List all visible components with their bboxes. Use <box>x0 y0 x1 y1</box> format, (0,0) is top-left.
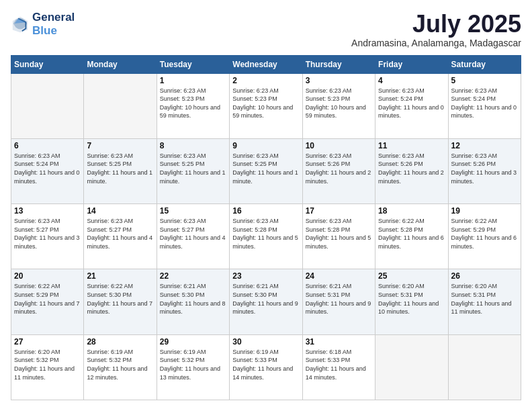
day-number: 1 <box>160 76 226 85</box>
day-number: 12 <box>451 141 518 150</box>
day-info: Sunrise: 6:23 AM Sunset: 5:26 PM Dayligh… <box>378 152 445 185</box>
day-info: Sunrise: 6:23 AM Sunset: 5:27 PM Dayligh… <box>160 217 226 250</box>
day-number: 20 <box>14 271 81 281</box>
table-cell: 21Sunrise: 6:22 AM Sunset: 5:30 PM Dayli… <box>84 269 157 334</box>
table-cell: 11Sunrise: 6:23 AM Sunset: 5:26 PM Dayli… <box>375 138 448 203</box>
day-number: 3 <box>306 76 372 85</box>
calendar-week-row: 1Sunrise: 6:23 AM Sunset: 5:23 PM Daylig… <box>11 73 521 138</box>
day-number: 6 <box>14 141 81 150</box>
table-cell <box>11 73 84 138</box>
day-info: Sunrise: 6:19 AM Sunset: 5:32 PM Dayligh… <box>160 348 226 381</box>
table-cell: 3Sunrise: 6:23 AM Sunset: 5:23 PM Daylig… <box>302 73 375 138</box>
calendar-table: Sunday Monday Tuesday Wednesday Thursday… <box>11 55 521 400</box>
day-info: Sunrise: 6:23 AM Sunset: 5:25 PM Dayligh… <box>87 152 153 185</box>
day-info: Sunrise: 6:22 AM Sunset: 5:29 PM Dayligh… <box>14 282 81 316</box>
day-number: 13 <box>14 206 81 216</box>
table-cell <box>84 73 157 138</box>
table-cell: 31Sunrise: 6:18 AM Sunset: 5:33 PM Dayli… <box>302 334 375 400</box>
day-number: 8 <box>160 141 226 150</box>
col-saturday: Saturday <box>448 55 521 73</box>
day-info: Sunrise: 6:21 AM Sunset: 5:31 PM Dayligh… <box>306 282 372 316</box>
month-title: July 2025 <box>351 11 521 38</box>
day-info: Sunrise: 6:23 AM Sunset: 5:23 PM Dayligh… <box>160 87 226 120</box>
calendar-week-row: 13Sunrise: 6:23 AM Sunset: 5:27 PM Dayli… <box>11 204 521 269</box>
day-info: Sunrise: 6:23 AM Sunset: 5:24 PM Dayligh… <box>378 87 445 120</box>
day-info: Sunrise: 6:23 AM Sunset: 5:28 PM Dayligh… <box>306 217 372 250</box>
table-cell: 7Sunrise: 6:23 AM Sunset: 5:25 PM Daylig… <box>84 138 157 203</box>
day-info: Sunrise: 6:23 AM Sunset: 5:27 PM Dayligh… <box>87 217 153 250</box>
day-number: 7 <box>87 141 153 150</box>
calendar-week-row: 27Sunrise: 6:20 AM Sunset: 5:32 PM Dayli… <box>11 334 521 400</box>
table-cell: 28Sunrise: 6:19 AM Sunset: 5:32 PM Dayli… <box>84 334 157 400</box>
day-number: 27 <box>14 337 81 347</box>
day-info: Sunrise: 6:23 AM Sunset: 5:23 PM Dayligh… <box>306 87 372 120</box>
title-block: July 2025 Andramasina, Analamanga, Madag… <box>351 11 521 48</box>
table-cell: 18Sunrise: 6:22 AM Sunset: 5:28 PM Dayli… <box>375 204 448 269</box>
location-title: Andramasina, Analamanga, Madagascar <box>351 38 521 48</box>
day-info: Sunrise: 6:23 AM Sunset: 5:25 PM Dayligh… <box>232 152 299 185</box>
col-tuesday: Tuesday <box>157 55 229 73</box>
col-wednesday: Wednesday <box>230 55 302 73</box>
calendar-week-row: 6Sunrise: 6:23 AM Sunset: 5:24 PM Daylig… <box>11 138 521 203</box>
table-cell: 9Sunrise: 6:23 AM Sunset: 5:25 PM Daylig… <box>230 138 302 203</box>
table-cell: 12Sunrise: 6:23 AM Sunset: 5:26 PM Dayli… <box>448 138 521 203</box>
day-number: 31 <box>306 337 372 347</box>
day-number: 14 <box>87 206 153 216</box>
day-info: Sunrise: 6:22 AM Sunset: 5:29 PM Dayligh… <box>451 217 518 250</box>
day-number: 9 <box>232 141 299 150</box>
day-number: 10 <box>306 141 372 150</box>
table-cell <box>448 334 521 400</box>
day-number: 23 <box>232 271 299 281</box>
day-number: 26 <box>451 271 518 281</box>
day-number: 4 <box>378 76 445 85</box>
day-info: Sunrise: 6:23 AM Sunset: 5:25 PM Dayligh… <box>160 152 226 185</box>
col-friday: Friday <box>375 55 448 73</box>
table-cell <box>375 334 448 400</box>
table-cell: 2Sunrise: 6:23 AM Sunset: 5:23 PM Daylig… <box>230 73 302 138</box>
day-number: 19 <box>451 206 518 216</box>
day-info: Sunrise: 6:18 AM Sunset: 5:33 PM Dayligh… <box>306 348 372 381</box>
day-info: Sunrise: 6:22 AM Sunset: 5:30 PM Dayligh… <box>87 282 153 316</box>
day-number: 2 <box>232 76 299 85</box>
table-cell: 29Sunrise: 6:19 AM Sunset: 5:32 PM Dayli… <box>157 334 229 400</box>
day-number: 30 <box>232 337 299 347</box>
day-info: Sunrise: 6:19 AM Sunset: 5:33 PM Dayligh… <box>232 348 299 381</box>
table-cell: 16Sunrise: 6:23 AM Sunset: 5:28 PM Dayli… <box>230 204 302 269</box>
day-number: 18 <box>378 206 445 216</box>
day-info: Sunrise: 6:22 AM Sunset: 5:28 PM Dayligh… <box>378 217 445 250</box>
day-number: 11 <box>378 141 445 150</box>
table-cell: 6Sunrise: 6:23 AM Sunset: 5:24 PM Daylig… <box>11 138 84 203</box>
table-cell: 4Sunrise: 6:23 AM Sunset: 5:24 PM Daylig… <box>375 73 448 138</box>
table-cell: 17Sunrise: 6:23 AM Sunset: 5:28 PM Dayli… <box>302 204 375 269</box>
calendar-header-row: Sunday Monday Tuesday Wednesday Thursday… <box>11 55 521 73</box>
table-cell: 22Sunrise: 6:21 AM Sunset: 5:30 PM Dayli… <box>157 269 229 334</box>
day-info: Sunrise: 6:20 AM Sunset: 5:31 PM Dayligh… <box>451 282 518 316</box>
table-cell: 13Sunrise: 6:23 AM Sunset: 5:27 PM Dayli… <box>11 204 84 269</box>
table-cell: 19Sunrise: 6:22 AM Sunset: 5:29 PM Dayli… <box>448 204 521 269</box>
header: General Blue July 2025 Andramasina, Anal… <box>11 11 521 48</box>
table-cell: 23Sunrise: 6:21 AM Sunset: 5:30 PM Dayli… <box>230 269 302 334</box>
table-cell: 20Sunrise: 6:22 AM Sunset: 5:29 PM Dayli… <box>11 269 84 334</box>
day-number: 15 <box>160 206 226 216</box>
logo: General Blue <box>11 11 75 38</box>
table-cell: 27Sunrise: 6:20 AM Sunset: 5:32 PM Dayli… <box>11 334 84 400</box>
day-number: 24 <box>306 271 372 281</box>
day-number: 5 <box>451 76 518 85</box>
table-cell: 26Sunrise: 6:20 AM Sunset: 5:31 PM Dayli… <box>448 269 521 334</box>
col-monday: Monday <box>84 55 157 73</box>
table-cell: 30Sunrise: 6:19 AM Sunset: 5:33 PM Dayli… <box>230 334 302 400</box>
col-sunday: Sunday <box>11 55 84 73</box>
calendar-week-row: 20Sunrise: 6:22 AM Sunset: 5:29 PM Dayli… <box>11 269 521 334</box>
col-thursday: Thursday <box>302 55 375 73</box>
day-info: Sunrise: 6:23 AM Sunset: 5:24 PM Dayligh… <box>14 152 81 185</box>
page: General Blue July 2025 Andramasina, Anal… <box>0 0 532 411</box>
day-number: 28 <box>87 337 153 347</box>
day-info: Sunrise: 6:23 AM Sunset: 5:23 PM Dayligh… <box>232 87 299 120</box>
day-info: Sunrise: 6:23 AM Sunset: 5:27 PM Dayligh… <box>14 217 81 250</box>
table-cell: 14Sunrise: 6:23 AM Sunset: 5:27 PM Dayli… <box>84 204 157 269</box>
day-number: 17 <box>306 206 372 216</box>
table-cell: 5Sunrise: 6:23 AM Sunset: 5:24 PM Daylig… <box>448 73 521 138</box>
day-info: Sunrise: 6:23 AM Sunset: 5:26 PM Dayligh… <box>451 152 518 185</box>
logo-icon <box>11 15 30 34</box>
day-info: Sunrise: 6:23 AM Sunset: 5:28 PM Dayligh… <box>232 217 299 250</box>
